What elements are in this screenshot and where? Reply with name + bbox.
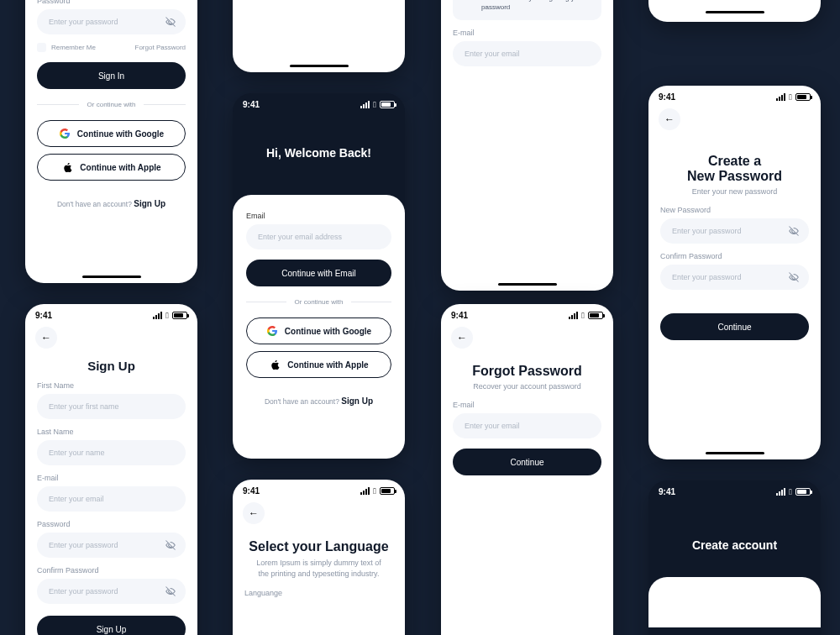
screen-fragment-bottom-2 <box>648 0 821 22</box>
new-password-label: New Password <box>660 206 809 214</box>
wifi-icon: 􀙇 <box>373 101 376 109</box>
forgot-password-link[interactable]: Forgot Password <box>135 44 186 51</box>
screen-fragment-bottom <box>233 0 405 72</box>
wifi-icon: 􀙇 <box>581 312 585 320</box>
home-indicator <box>498 283 557 286</box>
back-button[interactable]: ← <box>243 502 265 524</box>
continue-button[interactable]: Continue <box>660 313 809 340</box>
wifi-icon: 􀙇 <box>373 487 376 496</box>
wifi-icon: 􀙇 <box>789 93 792 102</box>
welcome-title: Hi, Welcome Back! <box>233 111 405 195</box>
status-bar: 9:41􀙇 <box>648 480 821 498</box>
signup-footer: Don't have an account? Sign Up <box>246 396 391 406</box>
page-subtitle: Lorem Ipsum is simply dummy text of the … <box>233 558 405 579</box>
password-label: Password <box>37 520 186 528</box>
wifi-icon: 􀙇 <box>165 312 169 320</box>
signin-screen: Password Remember Me Forgot Password Sig… <box>25 0 197 283</box>
back-button[interactable]: ← <box>35 327 57 349</box>
signup-screen: 9:41􀙇 ← Sign Up First Name Last Name E-m… <box>25 304 197 635</box>
status-bar: 9:41􀙇 <box>233 93 405 111</box>
battery-icon <box>795 488 811 496</box>
forgot-info-screen: Forgot Password i We will send the OTP c… <box>441 0 613 291</box>
page-title: Select your Language <box>233 539 405 554</box>
welcome-sheet: Email Continue with Email Or continue wi… <box>233 195 405 459</box>
page-title: Sign Up <box>25 359 197 373</box>
continue-email-button[interactable]: Continue with Email <box>246 260 391 286</box>
battery-icon <box>380 101 395 108</box>
email-label: E-mail <box>37 474 186 482</box>
page-title: Create account <box>648 498 821 577</box>
signup-footer: Don't have an account? Sign Up <box>37 199 186 208</box>
apple-button[interactable]: Continue with Apple <box>246 351 391 378</box>
password-field[interactable] <box>37 9 186 34</box>
checkbox-icon[interactable] <box>37 43 46 52</box>
signal-icon <box>360 487 370 495</box>
email-field[interactable] <box>37 486 186 512</box>
password-field[interactable] <box>37 533 186 558</box>
battery-icon <box>795 93 811 101</box>
eye-off-icon[interactable] <box>164 15 177 29</box>
last-name-label: Last Name <box>37 428 186 436</box>
signin-button[interactable]: Sign In <box>37 62 186 89</box>
apple-button[interactable]: Continue with Apple <box>37 154 186 181</box>
page-subtitle: Enter your new password <box>648 187 821 196</box>
continue-button[interactable]: Continue <box>453 449 601 475</box>
welcome-screen: 9:41􀙇 Hi, Welcome Back! Email Continue w… <box>233 93 405 459</box>
signup-link[interactable]: Sign Up <box>341 396 373 406</box>
first-name-field[interactable] <box>37 394 186 419</box>
status-bar: 9:41􀙇 <box>233 480 405 497</box>
remember-me[interactable]: Remember Me <box>37 43 96 52</box>
apple-icon <box>61 161 73 173</box>
confirm-password-label: Confirm Password <box>37 566 186 575</box>
signup-link[interactable]: Sign Up <box>134 199 165 208</box>
google-button[interactable]: Continue with Google <box>246 318 391 344</box>
email-field[interactable] <box>453 413 601 438</box>
status-bar: 9:41􀙇 <box>441 304 613 322</box>
email-label: E-mail <box>453 401 601 409</box>
create-account-screen: 9:41􀙇 Create account <box>648 480 821 635</box>
last-name-field[interactable] <box>37 440 186 465</box>
or-divider: Or continue with <box>37 101 186 108</box>
home-indicator <box>290 65 349 67</box>
forgot-screen: 9:41􀙇 ← Forgot Password Recover your acc… <box>441 304 613 635</box>
language-screen: 9:41􀙇 ← Select your Language Lorem Ipsum… <box>233 480 405 635</box>
email-field[interactable] <box>453 41 601 66</box>
page-title-line2: New Password <box>648 169 821 184</box>
eye-off-icon[interactable] <box>787 270 801 284</box>
confirm-password-field[interactable] <box>37 579 186 604</box>
back-button[interactable]: ← <box>659 108 680 130</box>
signal-icon <box>153 312 162 319</box>
page-title: Forgot Password <box>441 364 613 379</box>
google-icon <box>59 128 71 139</box>
email-label: E-mail <box>453 29 601 37</box>
google-icon <box>266 325 278 337</box>
page-title-line1: Create a <box>648 154 821 169</box>
eye-off-icon[interactable] <box>787 224 801 238</box>
eye-off-icon[interactable] <box>164 585 177 598</box>
signal-icon <box>569 312 578 319</box>
confirm-password-field[interactable] <box>660 265 809 290</box>
home-indicator <box>706 452 764 454</box>
back-button[interactable]: ← <box>451 327 473 349</box>
home-indicator <box>706 11 764 13</box>
new-password-screen: 9:41􀙇 ← Create a New Password Enter your… <box>648 86 821 459</box>
password-label: Password <box>37 0 186 5</box>
battery-icon <box>172 312 187 319</box>
battery-icon <box>588 312 603 319</box>
or-divider: Or continue with <box>246 298 391 306</box>
google-button[interactable]: Continue with Google <box>37 120 186 147</box>
page-subtitle: Recover your account password <box>441 382 613 391</box>
signup-button[interactable]: Sign Up <box>37 616 186 635</box>
new-password-field[interactable] <box>660 218 809 244</box>
email-field[interactable] <box>246 224 391 249</box>
password-input[interactable] <box>47 17 176 27</box>
first-name-label: First Name <box>37 381 186 390</box>
eye-off-icon[interactable] <box>164 538 177 552</box>
status-bar: 9:41􀙇 <box>648 86 821 103</box>
apple-icon <box>269 359 281 370</box>
create-sheet <box>648 577 821 627</box>
signal-icon <box>776 93 785 101</box>
language-label: Languange <box>244 589 393 597</box>
signal-icon <box>776 488 785 496</box>
signal-icon <box>360 101 370 108</box>
